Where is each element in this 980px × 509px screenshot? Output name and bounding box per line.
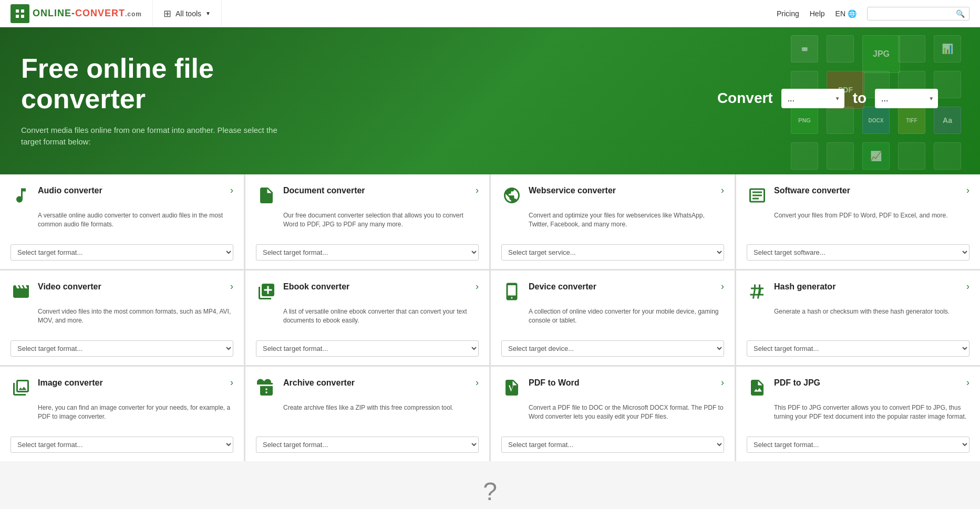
to-format-wrapper: ... (875, 89, 938, 108)
hero-banner: ✉️ JPG 📊 PDF PNG DOCX TIFF Aa 📈 Free onl… (0, 27, 980, 174)
video-converter-card: Video converter › Convert video files in… (0, 271, 244, 365)
arrow-icon: › (966, 281, 969, 292)
card-header: PDF to JPG › (747, 377, 969, 398)
grid-icon: ⊞ (163, 8, 171, 19)
card-title-row: Ebook converter › (283, 281, 479, 292)
arrow-icon: › (230, 377, 233, 388)
hash-generator-desc: Generate a hash or checksum with these h… (774, 307, 969, 334)
logo-icon (11, 4, 29, 23)
arrow-icon: › (230, 185, 233, 196)
card-header: Ebook converter › (256, 281, 479, 302)
convert-row: Convert ... to ... (717, 89, 938, 108)
pdf-jpg-converter-title: PDF to JPG (774, 378, 820, 388)
arrow-icon: › (721, 185, 724, 196)
web-icon (501, 185, 522, 206)
video-format-select[interactable]: Select target format... (11, 340, 233, 357)
card-title-row: Archive converter › (283, 377, 479, 388)
audio-format-select[interactable]: Select target format... (11, 244, 233, 261)
document-converter-desc: Our free document converter selection th… (283, 211, 479, 238)
device-select[interactable]: Select target device... (501, 340, 724, 357)
to-format-select[interactable]: ... (875, 89, 938, 108)
arrow-icon: › (721, 377, 724, 388)
archive-format-select[interactable]: Select target format... (256, 437, 479, 453)
image-format-select[interactable]: Select target format... (11, 437, 233, 453)
archive-converter-desc: Create archive files like a ZIP with thi… (283, 403, 479, 430)
ebook-converter-title: Ebook converter (283, 282, 349, 292)
hash-generator-title: Hash generator (774, 282, 835, 292)
video-icon (11, 281, 32, 302)
arrow-icon: › (966, 185, 969, 196)
device-converter-title: Device converter (529, 282, 596, 292)
image-icon (11, 377, 32, 398)
audio-converter-title: Audio converter (38, 186, 102, 195)
card-title-row: Document converter › (283, 185, 479, 196)
software-select[interactable]: Select target software... (747, 244, 969, 261)
card-title-row: Hash generator › (774, 281, 969, 292)
arrow-icon: › (476, 185, 479, 196)
card-title-row: Webservice converter › (529, 185, 724, 196)
card-title-row: Image converter › (38, 377, 233, 388)
card-header: Archive converter › (256, 377, 479, 398)
to-label: to (853, 90, 866, 107)
card-title-row: Audio converter › (38, 185, 233, 196)
header-nav: Pricing Help (777, 9, 825, 18)
webservice-converter-desc: Convert and optimize your files for webs… (529, 211, 724, 238)
language-button[interactable]: EN 🌐 (835, 9, 857, 18)
search-input[interactable] (872, 9, 956, 17)
software-converter-card: Software converter › Convert your files … (736, 174, 980, 269)
document-converter-title: Document converter (283, 186, 365, 195)
from-format-select[interactable]: ... (781, 89, 844, 108)
document-converter-card: Document converter › Our free document c… (245, 174, 489, 269)
software-converter-title: Software converter (774, 186, 850, 195)
card-header: Image converter › (11, 377, 233, 398)
document-format-select[interactable]: Select target format... (256, 244, 479, 261)
audio-converter-desc: A versatile online audio converter to co… (38, 211, 233, 238)
pdf-word-converter-title: PDF to Word (529, 378, 580, 388)
hero-left: Free online file converter Convert media… (21, 54, 696, 148)
lang-label: EN (835, 9, 845, 18)
image-converter-desc: Here, you can find an image converter fo… (38, 403, 233, 430)
hash-generator-card: Hash generator › Generate a hash or chec… (736, 271, 980, 365)
card-header: Software converter › (747, 185, 969, 206)
pdf-jpg-converter-card: PDF to JPG › This PDF to JPG converter a… (736, 367, 980, 461)
webservice-converter-title: Webservice converter (529, 186, 616, 195)
webservice-select[interactable]: Select target service... (501, 244, 724, 261)
video-converter-desc: Convert video files into the most common… (38, 307, 233, 334)
pdf-word-converter-card: PDF to Word › Convert a PDF file to DOC … (491, 367, 735, 461)
card-title-row: Software converter › (774, 185, 969, 196)
ebook-format-select[interactable]: Select target format... (256, 340, 479, 357)
all-tools-button[interactable]: ⊞ All tools ▼ (152, 0, 222, 27)
arrow-icon: › (476, 377, 479, 388)
ebook-icon (256, 281, 277, 302)
help-link[interactable]: Help (810, 9, 825, 18)
software-icon (747, 185, 768, 206)
logo[interactable]: ONLINE-CONVERT.com (11, 4, 142, 23)
arrow-icon: › (476, 281, 479, 292)
audio-converter-card: Audio converter › A versatile online aud… (0, 174, 244, 269)
card-header: Hash generator › (747, 281, 969, 302)
arrow-icon: › (230, 281, 233, 292)
card-header: Audio converter › (11, 185, 233, 206)
hash-format-select[interactable]: Select target format... (747, 340, 969, 357)
pdf-jpg-format-select[interactable]: Select target format... (747, 437, 969, 453)
help-question-mark[interactable]: ? (483, 477, 497, 506)
card-header: Webservice converter › (501, 185, 724, 206)
card-title-row: Video converter › (38, 281, 233, 292)
document-icon (256, 185, 277, 206)
device-converter-card: Device converter › A collection of onlin… (491, 271, 735, 365)
audio-icon (11, 185, 32, 206)
archive-icon (256, 377, 277, 398)
pricing-link[interactable]: Pricing (777, 9, 799, 18)
header: ONLINE-CONVERT.com ⊞ All tools ▼ Pricing… (0, 0, 980, 27)
logo-text: ONLINE-CONVERT.com (33, 8, 142, 19)
search-box: 🔍 (867, 7, 969, 20)
device-converter-desc: A collection of online video converter f… (529, 307, 724, 334)
hero-right: Convert ... to ... (696, 89, 959, 113)
search-icon[interactable]: 🔍 (956, 9, 965, 18)
card-header: Document converter › (256, 185, 479, 206)
hash-icon (747, 281, 768, 302)
software-converter-desc: Convert your files from PDF to Word, PDF… (774, 211, 969, 238)
pdf-word-format-select[interactable]: Select target format... (501, 437, 724, 453)
chevron-down-icon: ▼ (205, 11, 211, 16)
ebook-converter-desc: A list of versatile online ebook convert… (283, 307, 479, 334)
